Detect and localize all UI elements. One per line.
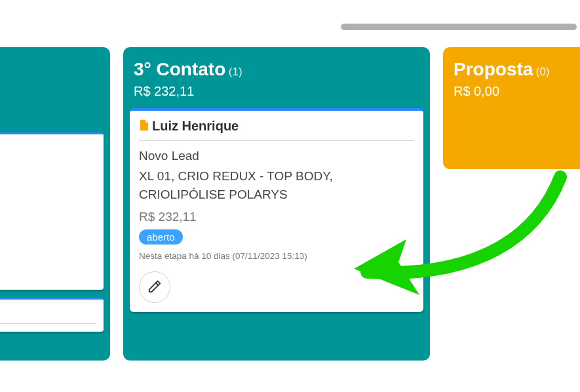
column-value: R$ 232,11 <box>134 84 419 99</box>
lead-card-body: Luiz Henrique Novo Lead XL 01, CRIO REDU… <box>130 111 423 312</box>
column-value-proposta: R$ 0,00 <box>454 84 580 99</box>
card-partial-2-text: a <box>0 306 96 324</box>
column-header-left <box>0 55 104 132</box>
pencil-icon <box>147 279 162 296</box>
column-count: (1) <box>229 66 242 78</box>
column-left-partial: a <box>0 47 110 361</box>
card-price: R$ 232,11 <box>139 210 414 224</box>
column-proposta: Proposta (0) R$ 0,00 <box>443 47 580 169</box>
column-header-contato: 3° Contato (1) R$ 232,11 <box>130 55 423 108</box>
card-stage-meta: Nesta etapa há 10 dias (07/11/2023 15:13… <box>139 251 414 261</box>
column-title: 3° Contato <box>134 59 225 80</box>
card-partial-2[interactable]: a <box>0 298 104 332</box>
edit-button[interactable] <box>139 271 170 303</box>
cards-area-left: a <box>0 132 104 351</box>
card-title: Luiz Henrique <box>152 119 239 134</box>
file-icon <box>139 119 148 134</box>
lead-card[interactable]: Luiz Henrique Novo Lead XL 01, CRIO REDU… <box>130 108 423 312</box>
column-header-proposta: Proposta (0) R$ 0,00 <box>450 55 580 108</box>
horizontal-scrollbar[interactable] <box>341 24 577 30</box>
status-badge: aberto <box>139 229 183 245</box>
column-contato: 3° Contato (1) R$ 232,11 Luiz Henrique <box>123 47 430 361</box>
column-title-proposta: Proposta <box>454 59 533 80</box>
cards-area-contato: Luiz Henrique Novo Lead XL 01, CRIO REDU… <box>130 108 423 351</box>
card-title-row: Luiz Henrique <box>139 119 414 141</box>
kanban-board: a 3° Contato (1) R$ 232,11 <box>0 47 580 361</box>
column-count-proposta: (0) <box>536 66 550 78</box>
card-partial-1[interactable] <box>0 132 104 290</box>
card-products: XL 01, CRIO REDUX - TOP BODY, CRIOLIPÓLI… <box>139 167 414 203</box>
card-source: Novo Lead <box>139 149 414 163</box>
